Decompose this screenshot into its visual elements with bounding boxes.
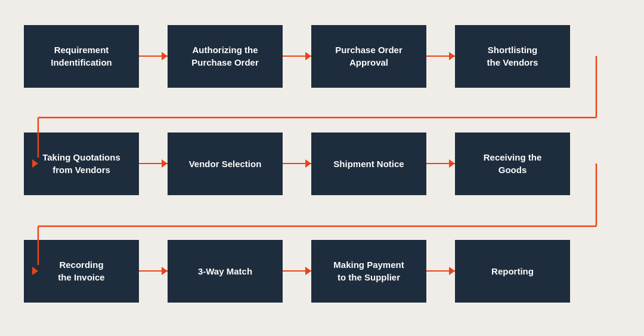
box-receiving-goods: Receiving theGoods bbox=[455, 132, 570, 195]
arrow-3-1 bbox=[139, 270, 168, 272]
box-purchase-order-approval: Purchase OrderApproval bbox=[311, 25, 426, 88]
arrow-2-3 bbox=[426, 163, 455, 164]
box-three-way-match: 3-Way Match bbox=[168, 240, 283, 303]
arrow-2-2 bbox=[283, 163, 311, 164]
box-making-payment: Making Paymentto the Supplier bbox=[311, 240, 426, 303]
row-3: Recordingthe Invoice 3-Way Match Making … bbox=[24, 240, 620, 303]
box-authorizing-purchase-order: Authorizing thePurchase Order bbox=[168, 25, 283, 88]
box-reporting: Reporting bbox=[455, 240, 570, 303]
arrow-3-3 bbox=[426, 270, 455, 272]
arrow-3-2 bbox=[283, 270, 311, 272]
row-1: RequirementIndentification Authorizing t… bbox=[24, 25, 620, 88]
arrow-1-2 bbox=[283, 56, 311, 57]
box-requirement-identification: RequirementIndentification bbox=[24, 25, 139, 88]
row-2: Taking Quotationsfrom Vendors Vendor Sel… bbox=[24, 132, 620, 195]
box-shortlisting-vendors: Shortlistingthe Vendors bbox=[455, 25, 570, 88]
arrow-2-1 bbox=[139, 163, 168, 164]
arrow-1-1 bbox=[139, 56, 168, 57]
process-diagram: RequirementIndentification Authorizing t… bbox=[24, 13, 620, 323]
box-taking-quotations: Taking Quotationsfrom Vendors bbox=[24, 132, 139, 195]
box-recording-invoice: Recordingthe Invoice bbox=[24, 240, 139, 303]
arrow-1-3 bbox=[426, 56, 455, 57]
box-vendor-selection: Vendor Selection bbox=[168, 132, 283, 195]
box-shipment-notice: Shipment Notice bbox=[311, 132, 426, 195]
